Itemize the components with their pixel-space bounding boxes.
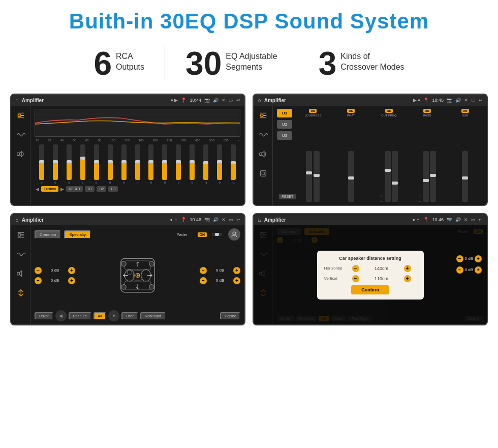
common-tab[interactable]: Common [35,230,61,239]
eq-slider-11[interactable]: 0 [172,144,184,184]
dialog-right-plus-2[interactable]: + [475,266,482,274]
cutfreq-on[interactable]: ON [385,109,393,113]
cutfreq-slider-1[interactable] [385,151,391,202]
back-icon: ↩ [236,98,240,103]
horizontal-minus-btn[interactable]: − [352,265,359,272]
wave2-icon[interactable] [258,129,269,140]
u2-btn[interactable]: U2 [97,186,106,192]
user-btn[interactable]: User [121,312,138,320]
eq-slider-8[interactable]: 0 [132,144,144,184]
phat-slider[interactable] [348,151,354,202]
eq-time: 10:44 [190,98,201,103]
fader-top-row: Common Specialty Fader ON [35,228,240,241]
custom-btn[interactable]: Custom [41,186,58,192]
eq-slider-7[interactable]: 0 [118,144,130,184]
eq-filter-icon[interactable] [15,110,26,121]
rearleft-btn[interactable]: RearLeft [69,312,91,320]
eq-slider-5[interactable]: 0 [90,144,103,184]
next-arrow[interactable]: ▶ [60,187,64,192]
stat-eq: 30 EQ AdjustableSegments [165,47,298,80]
back4-icon: ↩ [479,217,483,222]
arrows4-icon[interactable] [15,287,26,298]
loudness-slider-2[interactable] [314,151,320,202]
right-minus-1[interactable]: − [200,267,207,274]
eq-slider-12[interactable]: 0 [186,144,198,184]
eq-slider-15[interactable]: -1 [227,144,239,184]
bass-label: BASS [423,114,431,117]
left-minus-1[interactable]: − [35,267,42,274]
freq-40: 40 [60,139,64,142]
loudness-on[interactable]: ON [309,109,317,113]
right-minus-2[interactable]: − [200,277,207,284]
fader-left-db-2: − 0 dB + [35,277,75,284]
dialog-right-plus-1[interactable]: + [475,255,482,262]
vertical-minus-btn[interactable]: − [352,275,359,282]
driver-btn[interactable]: Driver [35,312,53,320]
left-plus-1[interactable]: + [68,267,75,274]
speaker3-icon[interactable] [258,168,269,179]
preset-u2[interactable]: U2 [277,120,292,129]
sub-on[interactable]: ON [461,109,469,113]
right-plus-2[interactable]: + [233,277,240,284]
svg-rect-15 [260,171,266,176]
eq-slider-4[interactable]: 5 [77,144,89,184]
eq-graph [35,109,240,137]
eq-slider-6[interactable]: 0 [104,144,116,184]
home-icon-2: ⌂ [258,97,261,103]
eq-filter3-icon[interactable] [15,229,26,241]
fader-right-db-1: − 0 dB + [200,267,240,274]
camera3-icon: 📷 [204,217,210,222]
home-icon-4: ⌂ [258,217,261,223]
rearright-btn[interactable]: RearRight [140,312,166,320]
eq-slider-10[interactable]: 0 [159,144,171,184]
crossover-reset[interactable]: RESET [279,191,296,200]
preset-u3[interactable]: U3 [277,131,292,140]
copilot-btn[interactable]: Copilot [220,312,240,320]
wave-icon[interactable] [15,129,26,140]
eq-sidebar [11,106,30,205]
reset-btn[interactable]: RESET [66,186,83,192]
eq-filter2-icon[interactable] [258,110,269,121]
speaker4-icon[interactable] [15,268,26,279]
crossover-topbar: ⌂ Amplifier ▶ ● 📍 10:45 📷 🔊 ✕ ▭ ↩ [254,95,487,106]
specialty-tab[interactable]: Specialty [64,230,90,239]
eq-slider-13[interactable]: -1 [200,144,212,184]
eq-slider-9[interactable]: 0 [145,144,158,184]
dialog-right-db-controls: − 0 dB + − 0 dB + [456,255,482,274]
crossover-reset-btn[interactable]: RESET [279,194,296,199]
phat-on[interactable]: ON [347,109,355,113]
wave3-icon[interactable] [15,249,26,260]
loudness-slider-1[interactable] [306,151,312,202]
left-minus-2[interactable]: − [35,277,42,284]
horizontal-plus-btn[interactable]: + [404,265,411,272]
left-plus-2[interactable]: + [68,277,75,284]
camera4-icon: 📷 [447,217,452,222]
cutfreq-slider-2[interactable] [392,151,398,202]
expand-icon[interactable]: » [237,139,239,142]
dialog-right-minus-2[interactable]: − [456,266,463,274]
vertical-plus-btn[interactable]: + [404,275,411,282]
bass-slider-2[interactable] [430,151,436,202]
speaker-icon[interactable] [15,148,26,160]
freq-32: 32 [48,139,52,142]
preset-u1[interactable]: U1 [277,109,292,117]
sub-group: ON SUB [447,109,483,202]
eq-slider-14[interactable]: 0 [213,144,226,184]
eq-slider-1[interactable]: 0 [36,144,48,184]
x4-icon: ✕ [464,217,468,222]
bass-slider-1[interactable] [423,151,429,202]
all-btn[interactable]: All [94,312,107,320]
prev-arrow[interactable]: ◀ [36,187,39,192]
eq-slider-3[interactable]: 0 [63,144,75,184]
right-plus-1[interactable]: + [233,267,240,274]
speaker2-icon[interactable] [258,148,269,160]
fader-on-badge[interactable]: ON [198,232,207,237]
bass-on[interactable]: ON [423,109,431,113]
confirm-button[interactable]: Confirm [351,285,389,294]
eq-slider-2[interactable]: 0 [49,144,61,184]
dialog-right-minus-1[interactable]: − [456,255,463,262]
sub-slider[interactable] [462,151,468,202]
page-title: Buith-in 30EQ DSP Sound System [10,9,488,34]
u3-btn[interactable]: U3 [108,186,118,192]
u1-btn[interactable]: U1 [85,186,95,192]
